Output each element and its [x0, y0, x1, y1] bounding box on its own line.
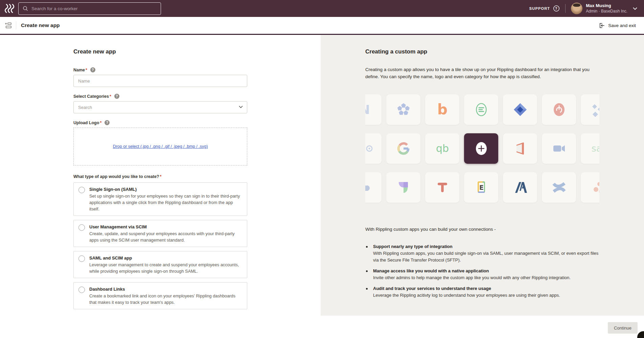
form-title: Create new app [73, 48, 247, 55]
required-asterisk: * [160, 174, 162, 179]
aside-intro: Creating a custom app allows you to have… [365, 66, 599, 80]
page-title: Create new app [21, 22, 60, 28]
bullet-item: Manage access like you would with a nati… [365, 268, 602, 281]
app-tile a-slash-icon [503, 172, 537, 203]
categories-label: Select Categories [73, 94, 109, 99]
option-title: SAML and SCIM app [89, 255, 242, 261]
app-tile quad-leaf-icon [386, 172, 420, 203]
option-description: Set up single sign-on for your employees… [89, 193, 242, 212]
custom-app-info-panel: Creating a custom app Creating a custom … [321, 35, 644, 316]
exit-arrow-icon [599, 22, 605, 29]
app-tile power-circle-icon [542, 94, 576, 125]
bullet-body: Invite other admins to help manage the c… [373, 274, 571, 281]
app-type-question: What type of app would you like to creat… [73, 174, 159, 179]
option-description: Leverage user management to create and s… [89, 262, 242, 274]
tile-row: ro [365, 133, 599, 164]
app-tile office-box-icon [503, 133, 537, 164]
app-tile diamonds-icon [581, 94, 599, 125]
bullet-dot [366, 246, 368, 248]
upload-logo-field: Upload Logo* ? Drop or select (.jpg / .p… [73, 120, 247, 165]
option-title: Dashboard Links [89, 286, 242, 292]
app-tile ro-text-icon: ro [365, 133, 382, 164]
app-tile pentagon-shards-icon [386, 94, 420, 125]
user-avatar[interactable] [571, 3, 582, 14]
bullet-body: Leverage the Rippling acitivty log to un… [373, 292, 560, 299]
app-tile confluence-waves-icon [542, 172, 576, 203]
option-title: User Management via SCIM [89, 224, 242, 230]
steps-menu-button[interactable] [5, 22, 12, 29]
app-tile google-g-icon [386, 133, 420, 164]
app-tile sa-text-icon: sa [581, 133, 599, 164]
save-and-exit-label: Save and exit [608, 23, 636, 28]
app-tile qb-letters-icon: qb [425, 133, 459, 164]
user-name: Max Musing [586, 3, 627, 8]
option-title: Single Sign-on (SAML) [89, 186, 242, 193]
support-button[interactable]: SUPPORT ? [529, 5, 560, 12]
option-card-saml-scim[interactable]: SAML and SCIM app Leverage user manageme… [73, 251, 247, 278]
required-asterisk: * [110, 94, 111, 99]
radio-button[interactable] [78, 255, 85, 262]
radio-button[interactable] [78, 287, 85, 293]
footer-bar: Continue [0, 316, 644, 338]
svg-text:N: N [365, 102, 370, 117]
option-card-scim[interactable]: User Management via SCIM Create, update,… [73, 220, 247, 247]
bullet-title: Manage access like you would with a nati… [373, 268, 571, 274]
option-card-saml[interactable]: Single Sign-on (SAML) Set up single sign… [73, 182, 247, 216]
app-tile custom-add-icon [464, 133, 498, 164]
app-tile t-letter-icon [425, 172, 459, 203]
svg-text:b: b [437, 102, 447, 118]
save-and-exit-button[interactable]: Save and exit [599, 22, 636, 29]
top-navigation-bar: SUPPORT ? Max Musing Admin · BaseDash In… [0, 0, 644, 17]
feature-bullets: Support nearly any type of integration W… [365, 243, 602, 299]
create-app-form-panel: Create new app Name* ? Select Categories… [0, 35, 321, 316]
svg-text:sa: sa [591, 143, 599, 154]
app-tile letter-tile-icon: N [365, 94, 382, 125]
name-help-icon[interactable]: ? [90, 67, 95, 72]
upload-help-icon[interactable]: ? [105, 120, 110, 125]
rippling-logo-icon[interactable] [5, 3, 15, 14]
bullet-title: Audit and track your services to underst… [373, 285, 560, 292]
search-input[interactable] [31, 6, 157, 11]
search-icon [23, 6, 28, 11]
tile-row: E [365, 172, 599, 203]
app-tile video-camera-icon [542, 133, 576, 164]
support-label: SUPPORT [529, 6, 550, 10]
name-field: Name* ? [73, 67, 247, 87]
chevron-down-icon[interactable] [633, 7, 637, 10]
topbar-divider [565, 4, 566, 13]
categories-field: Select Categories* ? [73, 94, 247, 113]
connections-line: With Rippling custom apps you can build … [365, 227, 644, 232]
svg-text:qb: qb [436, 142, 448, 154]
app-tile b-letter-icon: b [425, 94, 459, 125]
app-tile list-oval-icon [464, 94, 498, 125]
bullet-dot [366, 270, 368, 272]
categories-help-icon[interactable]: ? [114, 94, 119, 99]
upload-logo-label: Upload Logo [73, 120, 99, 125]
option-description: Create, update, and suspend your employe… [89, 230, 242, 243]
categories-select[interactable] [73, 101, 247, 113]
app-tile dots-icon [581, 172, 599, 203]
logo-dropzone[interactable]: Drop or select (.jpg / .png / .gif / .jp… [73, 128, 247, 165]
bullet-dot [366, 288, 368, 290]
header-divider [16, 21, 16, 29]
user-menu[interactable]: Max Musing Admin · BaseDash Inc. [586, 3, 627, 14]
bullet-body: With Rippling custom apps, you can build… [373, 250, 602, 264]
bullet-item: Support nearly any type of integration W… [365, 243, 602, 264]
chat-widget-icon[interactable] [637, 331, 644, 338]
app-tile jira-diamond-icon [503, 94, 537, 125]
coworker-search[interactable] [18, 2, 161, 15]
option-card-dashboard-links[interactable]: Dashboard Links Create a bookmarked link… [73, 282, 247, 309]
radio-button[interactable] [78, 224, 85, 231]
drop-or-select-link[interactable]: Drop or select (.jpg / .png / .gif / .jp… [113, 144, 208, 149]
continue-button[interactable]: Continue [608, 322, 638, 334]
required-asterisk: * [100, 120, 101, 125]
option-description: Create a bookmarked link and icon on you… [89, 293, 242, 306]
required-asterisk: * [86, 68, 87, 72]
name-input[interactable] [73, 75, 247, 87]
svg-text:E: E [479, 184, 484, 191]
user-role: Admin · BaseDash Inc. [586, 9, 627, 14]
bullet-title: Support nearly any type of integration [373, 243, 602, 250]
app-tiles-grid: N b [365, 94, 599, 211]
bullet-item: Audit and track your services to underst… [365, 285, 602, 299]
radio-button[interactable] [78, 187, 85, 193]
